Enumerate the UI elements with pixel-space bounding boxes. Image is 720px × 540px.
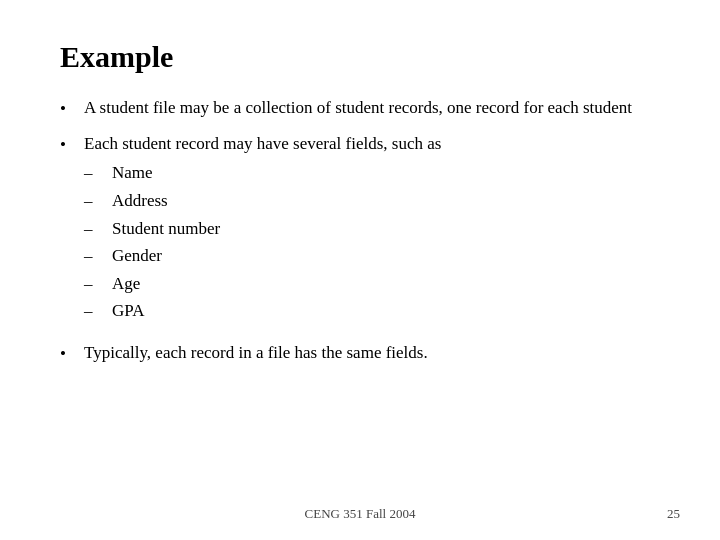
slide: Example • A student file may be a collec… — [0, 0, 720, 540]
bullet-text: Typically, each record in a file has the… — [84, 341, 660, 366]
sub-item-text: Student number — [112, 217, 220, 242]
bullet-dot: • — [60, 341, 84, 367]
footer-page: 25 — [667, 506, 680, 522]
bullet-dot: • — [60, 132, 84, 158]
sub-list: – Name – Address – Student number – Gend… — [84, 161, 220, 325]
sub-item-text: Gender — [112, 244, 220, 269]
list-item: • Each student record may have several f… — [60, 132, 660, 325]
list-item: • Typically, each record in a file has t… — [60, 341, 660, 367]
list-item: – Age — [84, 272, 220, 297]
list-item: – Name — [84, 161, 220, 186]
sub-item-text: Name — [112, 161, 220, 186]
sub-dash: – — [84, 244, 112, 269]
bullet-text: Each student record may have several fie… — [84, 132, 441, 157]
slide-content: • A student file may be a collection of … — [60, 96, 660, 490]
sub-item-text: Age — [112, 272, 220, 297]
sub-dash: – — [84, 189, 112, 214]
sub-dash: – — [84, 161, 112, 186]
list-item: – Gender — [84, 244, 220, 269]
sub-dash: – — [84, 217, 112, 242]
list-item: – Student number — [84, 217, 220, 242]
sub-dash: – — [84, 299, 112, 324]
footer-course: CENG 351 Fall 2004 — [0, 506, 720, 522]
sub-item-text: Address — [112, 189, 220, 214]
list-item: • A student file may be a collection of … — [60, 96, 660, 122]
slide-title: Example — [60, 40, 660, 74]
sub-dash: – — [84, 272, 112, 297]
bullet-text: A student file may be a collection of st… — [84, 96, 660, 121]
sub-item-text: GPA — [112, 299, 220, 324]
bullet-dot: • — [60, 96, 84, 122]
list-item: – Address — [84, 189, 220, 214]
list-item: – GPA — [84, 299, 220, 324]
